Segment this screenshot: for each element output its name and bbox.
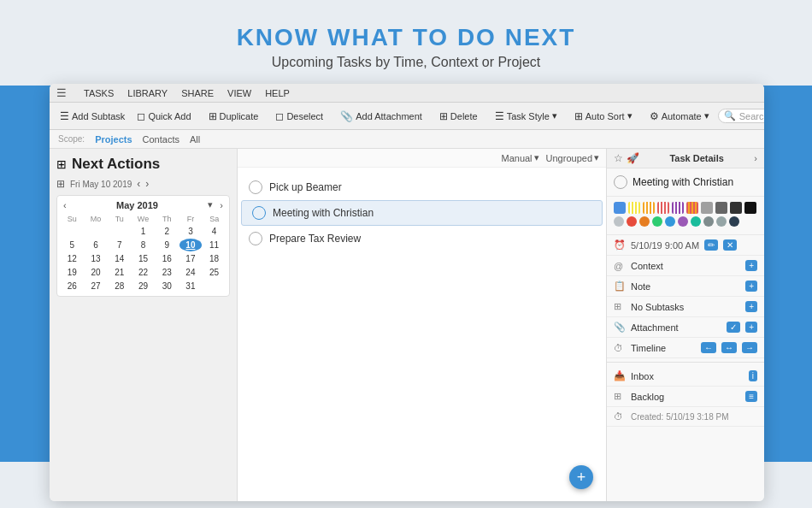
task-style-button[interactable]: ☰ Task Style ▾ (490, 108, 562, 125)
timeline-btn1[interactable]: ← (701, 342, 716, 353)
color-circle-orange[interactable] (639, 216, 650, 227)
task-checkbox-2[interactable] (252, 206, 266, 220)
menu-tasks[interactable]: TASKS (84, 88, 114, 98)
cal-day-6[interactable]: 6 (85, 239, 108, 251)
inbox-btn[interactable]: i (749, 370, 757, 381)
menu-help[interactable]: HELP (265, 88, 290, 98)
cal-day-13[interactable]: 13 (85, 252, 108, 265)
cal-day-27[interactable]: 27 (85, 280, 108, 292)
cal-day-16[interactable]: 16 (156, 252, 179, 265)
color-circle-purple[interactable] (678, 216, 688, 227)
inbox-field[interactable]: 📥 Inbox i (607, 366, 764, 387)
cal-day-5[interactable]: 5 (61, 239, 84, 251)
cal-day-3[interactable]: 3 (179, 225, 203, 238)
cal-day-30[interactable]: 30 (156, 280, 179, 292)
color-circle-blue[interactable] (665, 216, 675, 227)
scope-projects[interactable]: Projects (95, 134, 132, 145)
cal-day-8[interactable]: 8 (132, 239, 155, 251)
context-field[interactable]: @ Context + (607, 256, 764, 276)
task-row[interactable]: Meeting with Christian (241, 200, 603, 226)
task-row[interactable]: Prepare Tax Review (238, 226, 606, 251)
color-circle-lightgray[interactable] (716, 216, 727, 227)
cal-day-17[interactable]: 17 (179, 252, 203, 265)
color-grid3[interactable] (730, 202, 742, 214)
star-icon[interactable]: ☆ (614, 152, 623, 164)
color-stripe4[interactable] (672, 202, 684, 214)
ungrouped-dropdown[interactable]: Ungrouped ▾ (546, 152, 599, 163)
deselect-button[interactable]: ◻ Deselect (270, 108, 328, 125)
task-checkbox-1[interactable] (249, 180, 262, 194)
hamburger-icon[interactable]: ☰ (56, 86, 67, 99)
color-stripe5[interactable] (686, 202, 698, 214)
cal-dropdown-icon[interactable]: ▾ (205, 199, 215, 210)
cal-day-15[interactable]: 15 (132, 252, 155, 265)
color-circle-black[interactable] (729, 216, 739, 227)
cal-day-29[interactable]: 29 (132, 280, 155, 292)
attachment-add-btn[interactable]: + (745, 322, 757, 333)
cal-day-10[interactable]: 10 (179, 239, 203, 251)
quick-add-button[interactable]: ◻ Quick Add (132, 108, 196, 125)
note-field[interactable]: 📋 Note + (607, 276, 764, 297)
color-circle-teal[interactable] (691, 216, 701, 227)
datetime-edit-btn[interactable]: ✏ (704, 239, 718, 251)
cal-day-31[interactable]: 31 (179, 280, 203, 292)
task-complete-circle[interactable] (614, 175, 627, 189)
timeline-btn3[interactable]: → (742, 342, 757, 353)
task-row[interactable]: Pick up Beamer (238, 174, 606, 200)
timeline-btn2[interactable]: ↔ (721, 342, 737, 353)
color-stripe3[interactable] (657, 202, 669, 214)
cal-day-9[interactable]: 9 (156, 239, 179, 251)
cal-day-24[interactable]: 24 (179, 266, 203, 279)
cal-day-12[interactable]: 12 (61, 252, 84, 265)
cal-day-25[interactable]: 25 (203, 266, 226, 279)
delete-button[interactable]: ⊞ Delete (434, 108, 483, 125)
cal-day-21[interactable]: 21 (108, 266, 131, 279)
cal-day-26[interactable]: 26 (61, 280, 84, 292)
cal-day-28[interactable]: 28 (108, 280, 131, 292)
cal-day-11[interactable]: 11 (203, 239, 226, 251)
automate-button[interactable]: ⚙ Automate ▾ (644, 108, 715, 125)
menu-view[interactable]: VIEW (227, 88, 251, 98)
cal-day-14[interactable]: 14 (108, 252, 131, 265)
backlog-field[interactable]: ⊞ Backlog ≡ (607, 387, 764, 407)
cal-day-4[interactable]: 4 (203, 225, 226, 238)
backlog-btn[interactable]: ≡ (745, 391, 757, 402)
auto-sort-button[interactable]: ⊞ Auto Sort ▾ (569, 108, 638, 125)
cal-day-20[interactable]: 20 (85, 266, 108, 279)
color-blue[interactable] (614, 202, 626, 214)
cal-day-1[interactable]: 1 (132, 225, 155, 238)
color-circle-red[interactable] (627, 216, 637, 227)
subtasks-add-btn[interactable]: + (745, 301, 757, 312)
attachment-tick-btn[interactable]: ✓ (727, 322, 740, 333)
color-stripe1[interactable] (628, 202, 640, 214)
color-grid4[interactable] (744, 202, 756, 214)
cal-prev-button[interactable]: ‹ (61, 200, 69, 210)
cal-next-button[interactable]: › (217, 200, 226, 210)
search-box[interactable]: 🔍 Search (718, 109, 764, 123)
color-stripe2[interactable] (643, 202, 655, 214)
color-grid2[interactable] (715, 202, 727, 214)
cal-day-23[interactable]: 23 (156, 266, 179, 279)
cal-day-18[interactable]: 18 (203, 252, 226, 265)
attachment-field[interactable]: 📎 Attachment ✓ + (607, 317, 764, 338)
color-circle-darkgray[interactable] (703, 216, 714, 227)
add-subtask-button[interactable]: ☰ Add Subtask (55, 108, 130, 125)
menu-share[interactable]: SHARE (181, 88, 214, 98)
task-checkbox-3[interactable] (249, 232, 262, 245)
scope-all[interactable]: All (190, 134, 200, 145)
color-circle-gray[interactable] (614, 216, 624, 227)
color-grid1[interactable] (701, 202, 713, 214)
cal-day-19[interactable]: 19 (61, 266, 84, 279)
note-add-btn[interactable]: + (745, 281, 757, 292)
date-next-button[interactable]: › (145, 178, 149, 190)
add-attachment-button[interactable]: 📎 Add Attachment (335, 108, 427, 125)
menu-library[interactable]: LIBRARY (127, 88, 168, 98)
date-grid-icon[interactable]: ⊞ (56, 178, 65, 190)
add-task-fab[interactable]: + (569, 465, 593, 489)
duplicate-button[interactable]: ⊞ Duplicate (203, 108, 264, 125)
cal-day-22[interactable]: 22 (132, 266, 155, 279)
color-circle-green[interactable] (652, 216, 662, 227)
cal-day-7[interactable]: 7 (108, 239, 131, 251)
manual-sort-dropdown[interactable]: Manual ▾ (501, 152, 538, 163)
scope-contacts[interactable]: Contacts (143, 134, 179, 145)
